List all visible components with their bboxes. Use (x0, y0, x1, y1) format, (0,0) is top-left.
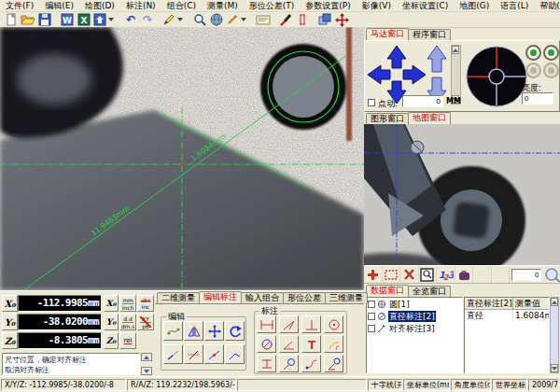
tree-item-align[interactable]: 对齐标注[3] (367, 322, 462, 334)
menu-tolerance[interactable]: 形位公差(T) (244, 0, 301, 11)
annot-text-button[interactable]: T (301, 335, 321, 353)
menu-draw[interactable]: 绘图(D) (79, 0, 120, 11)
tab-form-tolerance[interactable]: 形位公差 (283, 292, 326, 303)
show-numbers-button[interactable]: 123 (437, 266, 455, 283)
rel-toggle-button[interactable]: rel (119, 332, 136, 349)
zoom-tool-button[interactable] (191, 12, 208, 27)
item-checkbox[interactable] (368, 325, 375, 332)
menu-help[interactable]: 帮助(H) (534, 0, 560, 11)
menu-language[interactable]: 语言(L) (495, 0, 534, 11)
edit-break-line-button[interactable] (204, 344, 224, 364)
edit-mirror-button[interactable] (184, 321, 203, 341)
tab-data-window[interactable]: 数据窗口 (366, 285, 409, 297)
joystick-control[interactable] (464, 43, 529, 108)
brush-tool-button[interactable] (277, 12, 294, 27)
contour-light-button[interactable] (543, 45, 559, 61)
zero-y-button[interactable]: Y₀ (104, 314, 119, 330)
tab-map-window[interactable]: 地图窗口 (408, 112, 451, 124)
edit-extend-line-button[interactable] (184, 344, 203, 364)
tab-3d-measure[interactable]: 三维测量 (325, 292, 368, 303)
scroll-down-button[interactable] (551, 364, 558, 372)
jog-checkbox[interactable] (368, 99, 375, 106)
item-checkbox[interactable] (368, 301, 375, 308)
undo-button[interactable]: ↶ (122, 12, 139, 27)
menu-map[interactable]: 地图(G) (454, 0, 495, 11)
abs-inc-toggle-button[interactable]: absinc (137, 295, 154, 312)
save-file-button[interactable] (36, 12, 53, 27)
tab-edit-annotation[interactable]: 编辑标注 (199, 291, 242, 303)
menu-file[interactable]: 文件(F) (0, 0, 39, 11)
annot-point-line-button[interactable] (279, 315, 299, 333)
menu-edit[interactable]: 编辑(E) (39, 0, 79, 11)
tab-program-window[interactable]: 程序窗口 (408, 29, 451, 40)
tab-input-combine[interactable]: 输入组合 (241, 292, 284, 303)
scroll-up-button[interactable] (452, 46, 459, 54)
coord-mode-toggle-button[interactable]: XYρθ (137, 314, 154, 330)
export-excel-button[interactable]: X (76, 12, 92, 27)
menu-combine[interactable]: 组合(C) (161, 0, 202, 11)
search-lens-icon[interactable] (544, 267, 560, 283)
table-header-feature[interactable]: 直径标注[2] (465, 298, 513, 310)
scroll-up-button[interactable] (551, 298, 558, 306)
brightness-input[interactable] (522, 92, 553, 105)
table-cell-value[interactable]: 1.6084mm (513, 310, 549, 322)
map-view[interactable] (364, 124, 560, 265)
menu-video[interactable]: 影像(V) (357, 0, 397, 11)
annot-width-button[interactable] (257, 355, 276, 372)
data-scrollbar[interactable] (550, 297, 559, 373)
empty-button-2[interactable] (492, 266, 511, 283)
menu-measure[interactable]: 测量(M) (202, 0, 244, 11)
annot-angle-button[interactable] (279, 335, 299, 353)
move-tool-button[interactable] (333, 12, 350, 27)
edit-curve-points-button[interactable] (163, 321, 183, 341)
draw-tool-button[interactable] (161, 12, 186, 27)
new-file-button[interactable] (3, 12, 20, 27)
annot-circle-line-button[interactable] (279, 355, 299, 372)
zoom-feature-button[interactable] (419, 266, 438, 283)
copy-tool-button[interactable] (316, 12, 333, 27)
table-header-value[interactable]: 测量值 (513, 298, 549, 310)
count-input[interactable] (511, 269, 541, 281)
edit-trim-line-button[interactable] (163, 344, 183, 364)
scroll-up-button[interactable] (141, 353, 152, 361)
export-word-button[interactable]: W (59, 12, 76, 27)
tab-graphics-window[interactable]: 图形窗口 (366, 113, 409, 124)
tab-overview-window[interactable]: 全览窗口 (408, 286, 451, 297)
annot-center-button[interactable] (324, 315, 343, 333)
tree-item-diameter[interactable]: 直径标注[2] (367, 310, 462, 322)
edit-move-button[interactable] (204, 321, 224, 341)
tree-item-circle[interactable]: 圆[1] (367, 298, 462, 310)
export-data-button[interactable] (92, 12, 117, 27)
menu-settings[interactable]: 参数设置(P) (300, 0, 356, 11)
select-box-button[interactable] (383, 266, 401, 283)
annot-diameter-button[interactable] (257, 335, 276, 353)
surface-light-button[interactable] (525, 45, 541, 61)
delete-feature-button[interactable] (400, 266, 419, 283)
report-button[interactable] (455, 266, 474, 283)
scroll-down-button[interactable] (141, 367, 152, 375)
unit-toggle-button[interactable]: mminch (119, 295, 136, 312)
empty-button-1[interactable] (473, 266, 492, 283)
menu-annotate[interactable]: 标注(N) (120, 0, 161, 11)
menu-coordinate[interactable]: 坐标设置(C) (397, 0, 454, 11)
open-file-button[interactable] (20, 12, 36, 27)
annot-circle-angle-button[interactable] (324, 355, 343, 372)
annot-radius-button[interactable]: r (324, 335, 343, 353)
item-checkbox[interactable] (368, 313, 375, 320)
tab-2d-measure[interactable]: 二维测量 (157, 292, 200, 303)
camera-view[interactable]: 11.9463mm 1.6084mm (0, 27, 364, 290)
zero-x-button[interactable]: X₀ (104, 295, 119, 312)
speed-scrollbar[interactable] (451, 45, 461, 105)
ruler-tool-button[interactable] (294, 12, 311, 27)
aux-light-button[interactable] (525, 63, 541, 78)
table-cell-name[interactable]: 直径 (465, 310, 513, 322)
aux-light-button-2[interactable] (543, 63, 559, 78)
edit-rotate-button[interactable] (225, 321, 245, 341)
card-tool-button[interactable] (255, 12, 272, 27)
image-tool-button[interactable] (208, 12, 225, 27)
edit-join-line-button[interactable] (225, 344, 245, 364)
angle-format-toggle-button[interactable]: d.ddm.s (119, 314, 136, 330)
annot-distance-button[interactable] (257, 315, 276, 333)
pick-tool-button[interactable] (225, 12, 249, 27)
tab-motor-window[interactable]: 马达窗口 (366, 28, 409, 40)
